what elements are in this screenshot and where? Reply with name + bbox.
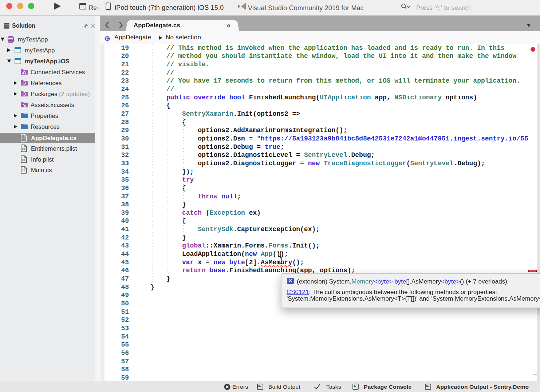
svg-text:C: C: [106, 36, 109, 41]
